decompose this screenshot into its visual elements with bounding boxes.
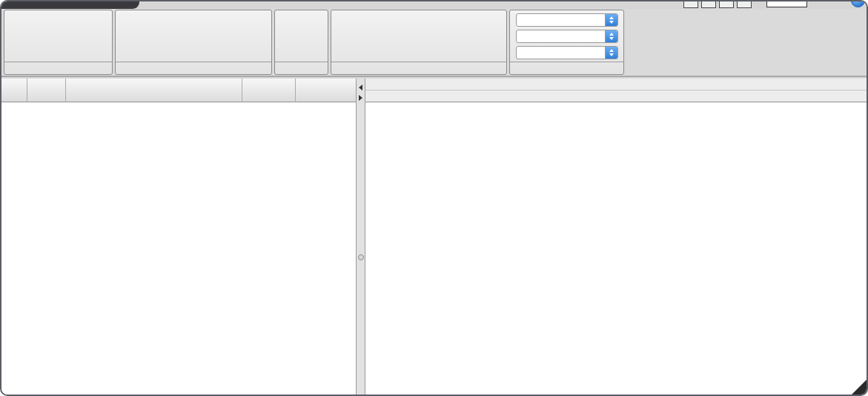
gantt-chart <box>365 102 868 396</box>
sorting-dropdown[interactable] <box>516 30 618 43</box>
ribbon <box>1 9 868 77</box>
window-top-dark-area <box>1 1 139 9</box>
header-name[interactable] <box>66 79 242 102</box>
scroll-right-icon[interactable] <box>359 95 362 101</box>
rbs-button[interactable] <box>181 14 185 30</box>
splitter-knob-icon[interactable] <box>358 254 364 260</box>
header-duration[interactable] <box>242 79 296 102</box>
report-button[interactable] <box>279 30 282 45</box>
gantt-timescale <box>365 79 868 102</box>
scroll-left-icon[interactable] <box>359 85 362 90</box>
ribbon-group-task-views <box>4 10 113 75</box>
group-title-other-views <box>275 62 328 74</box>
group-title-resource-views <box>116 62 271 74</box>
network-button[interactable] <box>42 14 45 30</box>
charts-button[interactable] <box>337 30 340 45</box>
group-title-filters <box>510 62 623 74</box>
ribbon-group-sub-views <box>331 10 507 75</box>
header-row-number[interactable] <box>1 79 27 102</box>
tab-strip <box>1 1 868 9</box>
group-title-sub-views <box>331 62 506 74</box>
help-button[interactable] <box>851 1 865 7</box>
stepper-icon[interactable] <box>605 30 617 43</box>
table-header <box>1 79 356 102</box>
sub-task-usage-button[interactable] <box>337 45 340 61</box>
task-usage-button[interactable] <box>42 45 45 61</box>
stepper-icon[interactable] <box>605 13 617 27</box>
group-dropdown[interactable] <box>516 46 618 59</box>
quick-search-field[interactable] <box>766 1 807 7</box>
gantt-week-row <box>365 79 868 90</box>
list-person-icon[interactable] <box>737 1 752 8</box>
resource-usage-button[interactable] <box>181 30 185 45</box>
group-title-task-views <box>4 62 112 74</box>
chart-person-icon[interactable] <box>701 1 716 8</box>
sub-resource-usage-button[interactable] <box>411 14 415 30</box>
filter-dropdown[interactable] <box>516 13 618 27</box>
app-window <box>0 0 868 396</box>
task-table <box>1 79 356 396</box>
resize-grip-icon[interactable] <box>852 380 867 395</box>
no-sub-window-checkbox[interactable] <box>411 30 415 45</box>
histogram-person-icon[interactable] <box>683 1 698 8</box>
gantt-button[interactable] <box>9 18 42 22</box>
histogram-button[interactable] <box>337 14 340 30</box>
ribbon-group-other-views <box>274 10 328 75</box>
table-gantt-splitter[interactable] <box>356 79 365 396</box>
resources-button[interactable] <box>122 18 178 22</box>
list-remove-icon[interactable] <box>719 1 734 8</box>
header-start[interactable] <box>296 79 356 102</box>
ribbon-group-filters <box>509 10 624 75</box>
projects-button[interactable] <box>279 14 282 30</box>
gantt-day-row <box>365 90 868 102</box>
ribbon-group-resource-views <box>115 10 272 75</box>
wbs-button[interactable] <box>42 30 45 45</box>
stepper-icon[interactable] <box>605 46 617 59</box>
header-indicator[interactable] <box>27 79 66 102</box>
